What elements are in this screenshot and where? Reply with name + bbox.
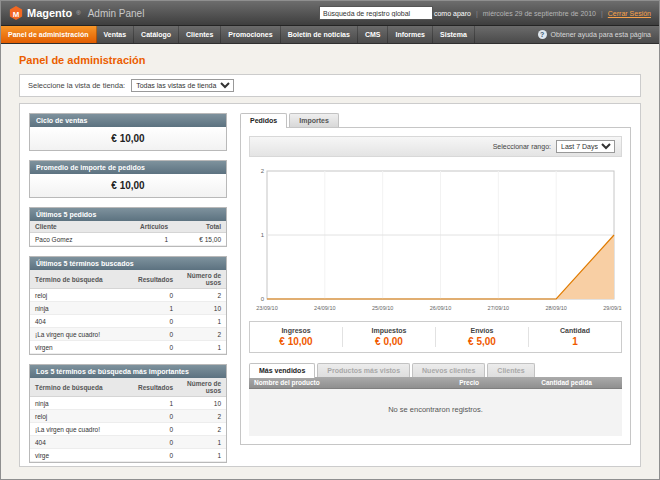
nav-item-label: Boletín de noticias xyxy=(288,31,350,38)
store-view-label: Seleccione la vista de tienda: xyxy=(28,81,125,90)
last-search-terms-table: Término de búsqueda Resultados Número de… xyxy=(30,270,226,354)
logout-link[interactable]: Cerrar Sesión xyxy=(608,10,651,17)
total-value: € 5,00 xyxy=(436,336,528,347)
search-term-row[interactable]: ¡La virgen que cuadro! 0 2 xyxy=(30,423,226,436)
separator: | xyxy=(601,10,603,17)
column-header: Número de usos xyxy=(178,270,226,289)
grid-tab[interactable]: Más vendidos xyxy=(249,363,315,378)
dashboard-panel: Ciclo de ventas € 10,00 Promedio de impo… xyxy=(19,103,641,467)
column-header: Total xyxy=(173,221,226,233)
search-results: 0 xyxy=(133,289,178,302)
orders-chart-svg: 01223/09/1024/09/1025/09/1026/09/1027/09… xyxy=(249,164,622,314)
nav-item[interactable]: Promociones xyxy=(221,26,280,43)
search-results: 1 xyxy=(133,302,178,315)
store-view-select[interactable]: Todas las vistas de tienda xyxy=(131,79,234,92)
total-cell: Cantidad 1 xyxy=(529,327,621,347)
nav-item[interactable]: Panel de administración xyxy=(1,26,97,43)
range-select[interactable]: Last 7 Days xyxy=(556,140,615,153)
search-uses: 2 xyxy=(178,328,226,341)
search-term-row[interactable]: reloj 0 2 xyxy=(30,289,226,302)
search-uses: 1 xyxy=(178,436,226,449)
search-results: 0 xyxy=(133,328,178,341)
total-label: Ingresos xyxy=(250,327,342,334)
column-header: Número de usos xyxy=(178,378,226,397)
search-term-row[interactable]: virge 0 1 xyxy=(30,449,226,462)
svg-text:2: 2 xyxy=(261,168,265,174)
page-content: Panel de administración Seleccione la vi… xyxy=(1,44,659,479)
order-customer: Paco Gomez xyxy=(30,233,109,246)
last-orders-title: Últimos 5 pedidos xyxy=(30,208,226,221)
global-search-input[interactable] xyxy=(319,6,433,20)
last-search-terms-title: Últimos 5 términos buscados xyxy=(30,257,226,270)
totals-bar: Ingresos € 10,00 Impuestos € 0,00 Envíos… xyxy=(249,321,622,353)
range-label: Seleccionar rango: xyxy=(493,143,551,150)
search-term-row[interactable]: 404 0 1 xyxy=(30,436,226,449)
lifetime-sales-box: Ciclo de ventas € 10,00 xyxy=(29,113,227,151)
total-value: € 10,00 xyxy=(250,336,342,347)
nav-item[interactable]: CMS xyxy=(358,26,389,43)
search-term-row[interactable]: virgen 0 1 xyxy=(30,341,226,354)
last-orders-box: Últimos 5 pedidos Cliente Artículos Tota… xyxy=(29,207,227,247)
page-title: Panel de administración xyxy=(19,54,641,66)
chart-tab[interactable]: Importes xyxy=(289,113,339,127)
search-term: 404 xyxy=(30,436,133,449)
column-header: Cantidad pedida xyxy=(536,377,622,389)
search-uses: 10 xyxy=(178,302,226,315)
nav-menu: Panel de administraciónVentasCatálogoCli… xyxy=(1,26,475,43)
total-label: Cantidad xyxy=(529,327,621,334)
search-results: 0 xyxy=(133,410,178,423)
search-results: 0 xyxy=(133,449,178,462)
top-bar: M Magento® Admin Panel Accedió como apar… xyxy=(1,1,659,26)
search-term-row[interactable]: 404 0 1 xyxy=(30,315,226,328)
magento-admin-window: M Magento® Admin Panel Accedió como apar… xyxy=(0,0,660,480)
search-term-row[interactable]: ninja 1 10 xyxy=(30,397,226,410)
order-row[interactable]: Paco Gomez 1 € 15,00 xyxy=(30,233,226,246)
help-label: Obtener ayuda para esta página xyxy=(551,31,651,38)
magento-logo-icon: M xyxy=(9,6,23,20)
nav-item[interactable]: Boletín de noticias xyxy=(281,26,358,43)
grid-tab: Clientes xyxy=(487,363,534,377)
last-search-terms-box: Últimos 5 términos buscados Término de b… xyxy=(29,256,227,355)
search-term-row[interactable]: ninja 1 10 xyxy=(30,302,226,315)
grid-tab: Productos más vistos xyxy=(317,363,410,377)
search-uses: 2 xyxy=(178,410,226,423)
logo-text: Magento xyxy=(27,7,72,19)
main-navigation: Panel de administraciónVentasCatálogoCli… xyxy=(1,26,659,44)
nav-item[interactable]: Informes xyxy=(388,26,433,43)
column-header: Término de búsqueda xyxy=(30,378,133,397)
search-term: reloj xyxy=(30,289,133,302)
svg-text:1: 1 xyxy=(261,232,265,238)
page-help-link[interactable]: ? Obtener ayuda para esta página xyxy=(530,26,659,43)
last-orders-table: Cliente Artículos Total Paco Gomez 1 € 1… xyxy=(30,221,226,246)
nav-item-label: Clientes xyxy=(186,31,213,38)
search-term: ninja xyxy=(30,302,133,315)
total-label: Impuestos xyxy=(343,327,435,334)
empty-records-message: No se encontraron registros. xyxy=(249,389,622,437)
top-search-terms-box: Los 5 términos de búsqueda más important… xyxy=(29,364,227,463)
top-search-terms-title: Los 5 términos de búsqueda más important… xyxy=(30,365,226,378)
svg-text:M: M xyxy=(13,10,20,19)
chart-panel: Seleccionar rango: Last 7 Days 01223/09/… xyxy=(240,127,631,445)
nav-item-label: Informes xyxy=(395,31,425,38)
top-search-terms-table: Término de búsqueda Resultados Número de… xyxy=(30,378,226,462)
column-header: Cliente xyxy=(30,221,109,233)
chart-tab[interactable]: Pedidos xyxy=(240,113,287,128)
nav-item[interactable]: Ventas xyxy=(97,26,135,43)
dashboard-right-column: PedidosImportes Seleccionar rango: Last … xyxy=(240,113,631,457)
search-term: ninja xyxy=(30,397,133,410)
bestsellers-table: Nombre del producto Precio Cantidad pedi… xyxy=(249,377,622,436)
search-uses: 2 xyxy=(178,423,226,436)
search-term-row[interactable]: ¡La virgen que cuadro! 0 2 xyxy=(30,328,226,341)
search-results: 0 xyxy=(133,315,178,328)
column-header: Precio xyxy=(454,377,536,389)
total-value: € 0,00 xyxy=(343,336,435,347)
nav-item[interactable]: Sistema xyxy=(433,26,475,43)
total-cell: Ingresos € 10,00 xyxy=(250,327,343,347)
nav-item-label: Promociones xyxy=(228,31,272,38)
orders-chart: 01223/09/1024/09/1025/09/1026/09/1027/09… xyxy=(249,164,622,314)
search-uses: 1 xyxy=(178,315,226,328)
search-term-row[interactable]: reloj 0 2 xyxy=(30,410,226,423)
nav-item[interactable]: Clientes xyxy=(179,26,221,43)
nav-item[interactable]: Catálogo xyxy=(134,26,179,43)
logo-subtitle: Admin Panel xyxy=(88,8,145,19)
